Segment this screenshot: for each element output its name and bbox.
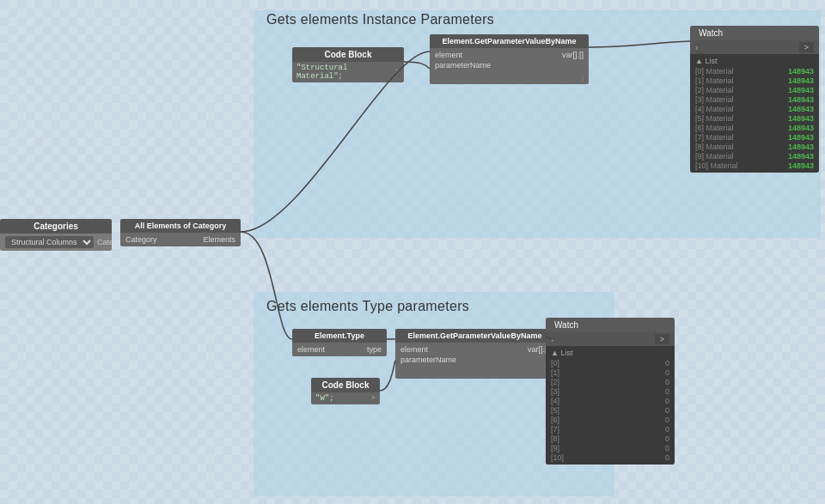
get-param-top-node: Element.GetParameterValueByName element … bbox=[430, 34, 589, 84]
watch-top-port-out: > bbox=[799, 42, 814, 52]
watch-top-node: Watch › > ▲ List [0] Material148943[1] M… bbox=[690, 26, 819, 173]
watch-bottom-list-item: [6]0 bbox=[551, 415, 669, 424]
watch-top-list-item: [0] Material148943 bbox=[695, 66, 814, 76]
watch-top-items: [0] Material148943[1] Material148943[2] … bbox=[695, 66, 814, 170]
watch-bottom-list-item: [9]0 bbox=[551, 443, 669, 452]
watch-top-list: ▲ List [0] Material148943[1] Material148… bbox=[690, 54, 819, 173]
watch-bottom-node: Watch › > ▲ List [0]0[1]0[2]0[3]0[4]0[5]… bbox=[546, 318, 675, 465]
watch-top-list-item: [1] Material148943 bbox=[695, 76, 814, 85]
section-title-top: Gets elements Instance Parameters bbox=[266, 12, 494, 27]
watch-bottom-list-item: [0]0 bbox=[551, 358, 669, 367]
get-param-top-port-element: element bbox=[435, 51, 462, 59]
watch-top-list-item: [4] Material148943 bbox=[695, 104, 814, 113]
watch-bottom-arrow: › bbox=[551, 335, 553, 344]
watch-bottom-port-out: > bbox=[655, 334, 669, 344]
watch-top-list-item: [8] Material148943 bbox=[695, 142, 814, 151]
code-block-bottom-value: "W"; > bbox=[311, 392, 380, 404]
code-block-top-title: Code Block bbox=[292, 47, 404, 62]
get-param-top-port-paramname: parameterName bbox=[435, 61, 491, 70]
watch-top-list-item: [3] Material148943 bbox=[695, 94, 814, 104]
watch-top-arrow: › bbox=[695, 43, 698, 52]
get-param-bottom-title: Element.GetParameterValueByName bbox=[395, 329, 554, 343]
get-param-top-port-out: var[].[] bbox=[562, 51, 584, 59]
watch-top-list-item: [10] Material148943 bbox=[695, 161, 814, 170]
all-elements-port-out: Elements bbox=[203, 235, 235, 244]
watch-top-list-item: [7] Material148943 bbox=[695, 132, 814, 142]
watch-top-list-item: [9] Material148943 bbox=[695, 151, 814, 161]
watch-top-list-item: [5] Material148943 bbox=[695, 113, 814, 123]
categories-title: Categories bbox=[0, 219, 112, 234]
watch-bottom-list-item: [8]0 bbox=[551, 434, 669, 443]
code-block-top-node: Code Block "Structural Material"; > bbox=[292, 47, 404, 82]
code-block-bottom-node: Code Block "W"; > bbox=[311, 378, 380, 404]
watch-bottom-list-item: [1]0 bbox=[551, 367, 669, 377]
section-title-bottom: Gets elements Type parameters bbox=[266, 299, 469, 314]
watch-top-list-item: [6] Material148943 bbox=[695, 123, 814, 132]
all-elements-node: All Elements of Category Category Elemen… bbox=[120, 219, 241, 246]
watch-bottom-list: ▲ List [0]0[1]0[2]0[3]0[4]0[5]0[6]0[7]0[… bbox=[546, 346, 675, 465]
watch-bottom-list-header: ▲ List bbox=[551, 349, 669, 358]
structural-columns-dropdown[interactable]: Structural Columns bbox=[5, 236, 94, 248]
all-elements-title: All Elements of Category bbox=[120, 219, 241, 233]
get-param-bottom-node: Element.GetParameterValueByName element … bbox=[395, 329, 554, 379]
get-param-bottom-port-paramname: parameterName bbox=[400, 355, 456, 364]
categories-node: Categories Structural Columns Category bbox=[0, 219, 112, 251]
watch-top-list-item: [2] Material148943 bbox=[695, 85, 814, 94]
watch-bottom-list-item: [7]0 bbox=[551, 424, 669, 434]
watch-top-header: Watch bbox=[690, 26, 819, 40]
watch-top-list-header: ▲ List bbox=[695, 57, 814, 66]
element-type-node: Element.Type element type bbox=[292, 329, 387, 356]
element-type-port-type: type bbox=[367, 345, 382, 354]
watch-bottom-header: Watch bbox=[546, 318, 675, 332]
watch-bottom-list-item: [5]0 bbox=[551, 405, 669, 415]
watch-bottom-list-item: [3]0 bbox=[551, 386, 669, 396]
get-param-top-title: Element.GetParameterValueByName bbox=[430, 34, 589, 48]
all-elements-port-in: Category bbox=[125, 235, 157, 244]
code-block-bottom-title: Code Block bbox=[311, 378, 380, 392]
element-type-title: Element.Type bbox=[292, 329, 387, 343]
watch-bottom-list-item: [10]0 bbox=[551, 452, 669, 462]
watch-bottom-list-item: [2]0 bbox=[551, 377, 669, 386]
code-block-top-value: "Structural Material"; > bbox=[292, 62, 404, 82]
get-param-bottom-port-element: element bbox=[400, 345, 428, 354]
category-port-label: Category bbox=[97, 238, 112, 246]
watch-bottom-list-item: [4]0 bbox=[551, 396, 669, 405]
watch-bottom-items: [0]0[1]0[2]0[3]0[4]0[5]0[6]0[7]0[8]0[9]0… bbox=[551, 358, 669, 462]
element-type-port-in: element bbox=[297, 345, 325, 354]
